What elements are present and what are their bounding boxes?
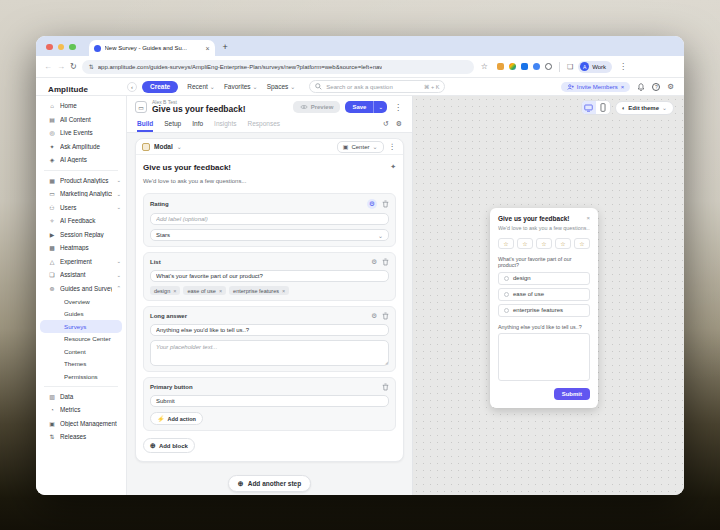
- radio-icon[interactable]: [504, 276, 509, 281]
- search-input[interactable]: Search or ask a question ⌘ + K: [309, 80, 445, 93]
- help-icon[interactable]: ?: [652, 83, 660, 91]
- amplitude-logo[interactable]: Amplitude: [48, 85, 88, 94]
- address-bar[interactable]: ⇅ app.amplitude.com/guides-surveys/Ampli…: [82, 60, 474, 74]
- back-icon[interactable]: ←: [44, 62, 52, 71]
- edit-theme-button[interactable]: ◐ Edit theme ⌄: [615, 101, 674, 115]
- invite-dismiss-icon[interactable]: ×: [621, 84, 625, 90]
- tag-remove-icon[interactable]: ×: [219, 288, 222, 294]
- preview-close-icon[interactable]: ×: [586, 215, 590, 221]
- sidebar-item[interactable]: ⚇ Users ⌄: [36, 201, 126, 215]
- star-rating-button[interactable]: ☆: [555, 238, 571, 249]
- side-panel-icon[interactable]: ❏: [567, 63, 573, 71]
- settings-gear-icon[interactable]: ⚙: [667, 82, 674, 91]
- star-rating-button[interactable]: ☆: [536, 238, 552, 249]
- desktop-device-icon[interactable]: [582, 101, 596, 114]
- menu-recent[interactable]: Recent ⌄: [187, 83, 215, 90]
- menu-spaces[interactable]: Spaces ⌄: [267, 83, 296, 90]
- rating-style-select[interactable]: Stars ⌄: [150, 229, 389, 241]
- tab-insights[interactable]: Insights: [214, 118, 236, 132]
- long-answer-question-input[interactable]: [150, 324, 389, 336]
- extension-icon[interactable]: [497, 63, 504, 70]
- preview-option-row[interactable]: design: [498, 272, 590, 285]
- add-action-button[interactable]: ⚡ Add action: [150, 412, 203, 425]
- star-rating-button[interactable]: ☆: [574, 238, 590, 249]
- extension-icon[interactable]: [545, 63, 552, 70]
- tab-setup[interactable]: Setup: [164, 118, 181, 132]
- primary-button-label-input[interactable]: [150, 395, 389, 407]
- extension-icon[interactable]: [521, 63, 528, 70]
- sidebar-item[interactable]: ❏ Assistant ⌄: [36, 268, 126, 282]
- sidebar-item[interactable]: ◎ Live Events: [36, 126, 126, 140]
- sidebar-item[interactable]: ▶ Session Replay: [36, 228, 126, 242]
- option-tag[interactable]: design ×: [150, 286, 180, 295]
- sidebar-subitem[interactable]: Resource Center: [40, 333, 122, 346]
- add-block-button[interactable]: ⊕ Add block: [143, 438, 195, 453]
- list-settings-gear-icon[interactable]: ⚙: [371, 259, 377, 266]
- star-rating-button[interactable]: ☆: [517, 238, 533, 249]
- sidebar-item[interactable]: ▩ Heatmaps: [36, 241, 126, 255]
- invite-members-chip[interactable]: Invite Members ×: [561, 82, 631, 92]
- sidebar-item[interactable]: ⇅ Releases: [36, 430, 126, 444]
- close-window-button[interactable]: [46, 44, 53, 51]
- tab-info[interactable]: Info: [192, 118, 203, 132]
- version-history-icon[interactable]: ↺: [383, 120, 389, 128]
- save-dropdown-icon[interactable]: ⌄: [373, 101, 387, 113]
- preview-button[interactable]: Preview: [293, 101, 341, 113]
- notifications-bell-icon[interactable]: [637, 83, 645, 91]
- long-answer-placeholder-textarea[interactable]: [150, 340, 389, 366]
- preview-option-row[interactable]: ease of use: [498, 288, 590, 301]
- ai-assist-icon[interactable]: ✦: [390, 163, 396, 171]
- sidebar-item[interactable]: ▭ Marketing Analytics ⌄: [36, 187, 126, 201]
- browser-menu-icon[interactable]: ⋮: [617, 62, 629, 71]
- sidebar-subitem[interactable]: Overview: [40, 295, 122, 308]
- sidebar-subitem[interactable]: Themes: [40, 358, 122, 371]
- window-controls[interactable]: [36, 44, 85, 57]
- extension-icon[interactable]: [533, 63, 540, 70]
- position-dropdown[interactable]: ▣ Center ⌄: [337, 141, 384, 153]
- sidebar-subitem[interactable]: Permissions: [40, 370, 122, 383]
- site-info-icon[interactable]: ⇅: [89, 63, 94, 70]
- forward-icon[interactable]: →: [57, 62, 65, 71]
- sidebar-item[interactable]: ▦ Product Analytics ⌄: [36, 174, 126, 188]
- mobile-device-icon[interactable]: [596, 101, 610, 114]
- save-button[interactable]: Save: [345, 101, 373, 113]
- tag-remove-icon[interactable]: ×: [173, 288, 176, 294]
- rating-label-input[interactable]: [150, 213, 389, 225]
- zoom-window-button[interactable]: [69, 44, 76, 51]
- chevron-down-icon[interactable]: ⌄: [177, 143, 182, 150]
- minimize-window-button[interactable]: [58, 44, 65, 51]
- preview-option-row[interactable]: enterprise features: [498, 304, 590, 317]
- long-answer-settings-gear-icon[interactable]: ⚙: [371, 313, 377, 320]
- survey-heading-text[interactable]: Give us your feedback!: [143, 163, 390, 172]
- radio-icon[interactable]: [504, 292, 509, 297]
- sidebar-item[interactable]: △ Experiment ⌄: [36, 255, 126, 269]
- step-more-icon[interactable]: ⋮: [388, 142, 398, 151]
- survey-title[interactable]: Give us your feedback!: [152, 105, 288, 114]
- create-button[interactable]: Create: [142, 81, 178, 93]
- option-tag[interactable]: ease of use ×: [183, 286, 226, 295]
- rating-delete-icon[interactable]: [382, 200, 389, 208]
- new-tab-button[interactable]: +: [215, 42, 236, 56]
- resize-grip-icon[interactable]: ◢: [385, 360, 388, 365]
- sidebar-item[interactable]: ◔ Metrics: [36, 403, 126, 417]
- menu-favorites[interactable]: Favorites ⌄: [224, 83, 258, 90]
- sidebar-item[interactable]: ▥ Data: [36, 390, 126, 404]
- step-type-dropdown[interactable]: Modal: [154, 143, 173, 150]
- rating-settings-gear-icon[interactable]: ⚙: [367, 199, 377, 209]
- tag-remove-icon[interactable]: ×: [282, 288, 285, 294]
- long-answer-delete-icon[interactable]: [382, 312, 389, 320]
- browser-tab[interactable]: New Survey - Guides and Su... ×: [89, 40, 215, 56]
- sidebar-item[interactable]: ▣ Object Management: [36, 417, 126, 431]
- survey-subheading-text[interactable]: We'd love to ask you a few questions...: [143, 178, 396, 184]
- builder-more-icon[interactable]: ⋮: [392, 103, 404, 112]
- sidebar-item[interactable]: ✦ Ask Amplitude: [36, 140, 126, 154]
- builder-settings-gear-icon[interactable]: ⚙: [396, 120, 402, 128]
- list-question-input[interactable]: [150, 270, 389, 282]
- preview-long-answer-textarea[interactable]: [498, 333, 590, 381]
- sidebar-item[interactable]: ▤ All Content: [36, 113, 126, 127]
- sidebar-collapse-button[interactable]: ‹: [127, 82, 137, 92]
- reload-icon[interactable]: ↻: [70, 62, 77, 71]
- tab-close-icon[interactable]: ×: [205, 45, 209, 52]
- tab-responses[interactable]: Responses: [248, 118, 281, 132]
- option-tag[interactable]: enterprise features ×: [229, 286, 289, 295]
